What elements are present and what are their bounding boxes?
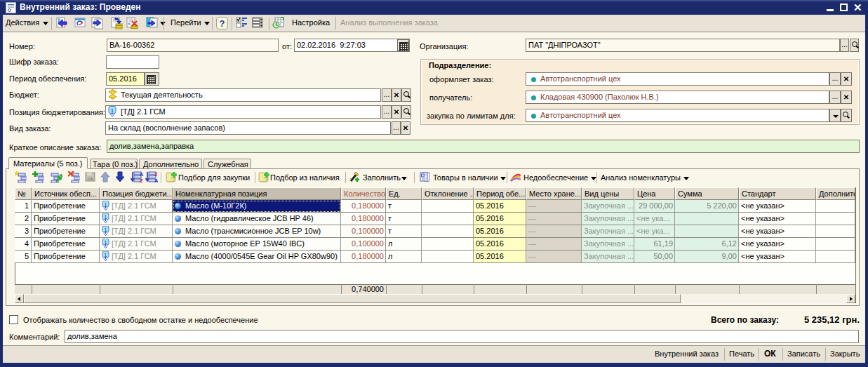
- svg-text:1: 1: [105, 253, 107, 258]
- svg-text:A: A: [154, 178, 159, 183]
- svg-text:A: A: [140, 171, 144, 178]
- svg-text:1: 1: [105, 240, 107, 245]
- svg-text:OK: OK: [88, 177, 95, 181]
- svg-text:1: 1: [105, 202, 107, 207]
- svg-text:1: 1: [105, 227, 107, 232]
- svg-text:1: 1: [111, 107, 114, 114]
- svg-text:Z: Z: [154, 171, 158, 178]
- svg-text:Z: Z: [140, 178, 143, 183]
- svg-text:1: 1: [105, 215, 107, 220]
